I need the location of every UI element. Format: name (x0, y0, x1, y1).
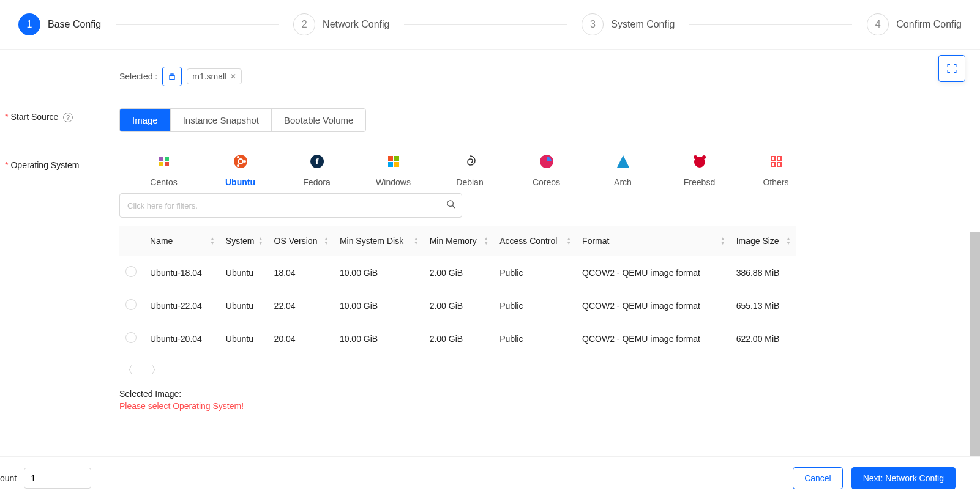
step-label-1: Base Config (48, 19, 101, 30)
cell-access: Public (493, 289, 576, 322)
cell-version: 22.04 (268, 289, 334, 322)
selected-chip[interactable]: m1.small ✕ (187, 68, 242, 84)
fullscreen-button[interactable] (938, 55, 965, 82)
sort-icon[interactable]: ▲▼ (566, 237, 571, 245)
table-row[interactable]: Ubuntu-22.04 Ubuntu 22.04 10.00 GiB 2.00… (119, 289, 796, 322)
col-min-memory[interactable]: Min Memory▲▼ (424, 226, 494, 256)
cell-system: Ubuntu (220, 289, 268, 322)
source-tabs: Image Instance Snapshot Bootable Volume (119, 108, 366, 132)
sort-icon[interactable]: ▲▼ (484, 237, 488, 245)
tab-bootable-volume[interactable]: Bootable Volume (271, 109, 365, 131)
step-label-4: Confirm Config (896, 19, 962, 30)
sort-icon[interactable]: ▲▼ (324, 237, 329, 245)
step-4[interactable]: 4 Confirm Config (867, 13, 962, 35)
step-number-1: 1 (18, 13, 40, 35)
pager-next-icon[interactable]: 〉 (151, 364, 161, 377)
step-2[interactable]: 2 Network Config (293, 13, 389, 35)
row-radio[interactable] (125, 332, 137, 343)
selected-image-warning: Please select Operating System! (119, 401, 931, 411)
cell-name: Ubuntu-18.04 (144, 256, 220, 289)
os-item-label: Coreos (533, 177, 560, 187)
fedora-icon: f (310, 154, 324, 169)
step-3[interactable]: 3 System Config (582, 13, 675, 35)
os-item-label: Fedora (303, 177, 330, 187)
cell-memory: 2.00 GiB (424, 289, 494, 322)
svg-rect-12 (388, 156, 393, 161)
count-input[interactable] (24, 468, 91, 489)
arch-icon (616, 154, 630, 169)
cell-system: Ubuntu (220, 322, 268, 355)
centos-icon (157, 154, 171, 169)
sort-icon[interactable]: ▲▼ (258, 237, 263, 245)
cell-format: QCOW2 - QEMU image format (576, 256, 730, 289)
os-item-others[interactable]: Others (750, 154, 802, 187)
svg-point-18 (694, 155, 697, 159)
col-size[interactable]: Image Size▲▼ (730, 226, 796, 256)
sort-icon[interactable]: ▲▼ (414, 237, 419, 245)
flavor-icon[interactable] (162, 67, 182, 86)
cell-version: 20.04 (268, 322, 334, 355)
os-item-debian[interactable]: Debian (444, 154, 496, 187)
pager-prev-icon[interactable]: 〈 (123, 364, 133, 377)
tab-instance-snapshot[interactable]: Instance Snapshot (170, 109, 271, 131)
cancel-button[interactable]: Cancel (793, 467, 843, 489)
svg-text:f: f (315, 157, 318, 166)
filter-input[interactable] (119, 193, 462, 218)
freebsd-icon (692, 154, 707, 169)
main-content: Selected : m1.small ✕ *Start Source ? Im… (0, 49, 980, 499)
svg-rect-22 (771, 163, 775, 166)
os-grid: CentosUbuntufFedoraWindowsDebianCoreosAr… (119, 142, 931, 193)
os-item-label: Ubuntu (225, 177, 255, 187)
selected-line: Selected : m1.small ✕ (119, 67, 931, 86)
next-button[interactable]: Next: Network Config (851, 467, 956, 489)
col-system[interactable]: System▲▼ (220, 226, 268, 256)
scrollbar[interactable] (970, 232, 980, 477)
col-format[interactable]: Format▲▼ (576, 226, 730, 256)
col-min-disk[interactable]: Min System Disk▲▼ (334, 226, 424, 256)
table-row[interactable]: Ubuntu-18.04 Ubuntu 18.04 10.00 GiB 2.00… (119, 256, 796, 289)
col-os-version[interactable]: OS Version▲▼ (268, 226, 334, 256)
os-item-arch[interactable]: Arch (597, 154, 649, 187)
cell-name: Ubuntu-22.04 (144, 289, 220, 322)
svg-line-25 (452, 205, 455, 208)
help-icon[interactable]: ? (63, 113, 73, 122)
row-radio[interactable] (125, 266, 137, 277)
col-name[interactable]: Name▲▼ (144, 226, 220, 256)
os-item-ubuntu[interactable]: Ubuntu (214, 154, 266, 187)
os-item-label: Windows (376, 177, 411, 187)
sort-icon[interactable]: ▲▼ (720, 237, 725, 245)
tab-image[interactable]: Image (120, 109, 170, 131)
cell-memory: 2.00 GiB (424, 322, 494, 355)
cell-name: Ubuntu-20.04 (144, 322, 220, 355)
svg-point-8 (237, 156, 239, 158)
sort-icon[interactable]: ▲▼ (210, 237, 215, 245)
step-number-2: 2 (293, 13, 315, 35)
step-divider (116, 24, 279, 25)
image-table: Name▲▼ System▲▼ OS Version▲▼ Min System … (119, 226, 796, 355)
step-divider (404, 24, 567, 25)
filter-wrap (119, 193, 462, 218)
step-number-4: 4 (867, 13, 889, 35)
svg-point-19 (702, 155, 706, 159)
os-item-windows[interactable]: Windows (367, 154, 419, 187)
sort-icon[interactable]: ▲▼ (786, 237, 791, 245)
os-item-freebsd[interactable]: Freebsd (673, 154, 725, 187)
close-icon[interactable]: ✕ (230, 72, 236, 81)
step-label-2: Network Config (323, 19, 389, 30)
col-access[interactable]: Access Control▲▼ (493, 226, 576, 256)
row-radio[interactable] (125, 299, 137, 310)
svg-rect-4 (165, 162, 169, 166)
os-item-coreos[interactable]: Coreos (520, 154, 572, 187)
cell-access: Public (493, 256, 576, 289)
footer: ount Cancel Next: Network Config (0, 456, 980, 499)
selected-image-label: Selected Image: (119, 389, 931, 399)
cell-format: QCOW2 - QEMU image format (576, 289, 730, 322)
os-item-centos[interactable]: Centos (138, 154, 190, 187)
os-item-fedora[interactable]: fFedora (291, 154, 343, 187)
stepper: 1 Base Config 2 Network Config 3 System … (0, 0, 980, 49)
table-row[interactable]: Ubuntu-20.04 Ubuntu 20.04 10.00 GiB 2.00… (119, 322, 796, 355)
svg-rect-1 (159, 157, 163, 161)
search-icon[interactable] (446, 199, 456, 212)
svg-rect-0 (170, 76, 174, 80)
step-1[interactable]: 1 Base Config (18, 13, 101, 35)
